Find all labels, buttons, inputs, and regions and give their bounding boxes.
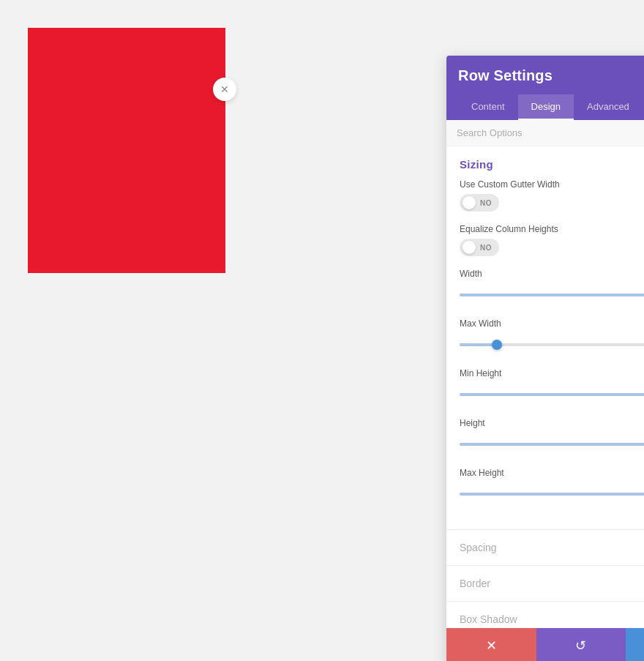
equalize-column-heights-label: Equalize Column Heights (460, 224, 644, 234)
cancel-button[interactable]: ✕ (446, 628, 536, 661)
box-shadow-section: Box Shadow ∨ (446, 602, 644, 628)
use-custom-gutter-toggle[interactable]: NO (460, 194, 499, 212)
max-height-label: Max Height (460, 468, 644, 478)
height-row: Height auto (460, 418, 644, 455)
max-width-thumb[interactable] (492, 340, 502, 350)
panel-title-row: Row Settings (458, 67, 644, 84)
width-slider[interactable] (460, 294, 644, 296)
panel-body: Sizing ∧ ⋮ Use Custom Gutter Width NO (446, 146, 644, 628)
width-control: 100% 1 (460, 285, 644, 305)
max-width-track (460, 343, 644, 346)
min-height-slider[interactable] (460, 393, 644, 396)
toggle-text-2: NO (480, 244, 492, 252)
red-background-block (28, 28, 225, 273)
panel-close-button[interactable]: ✕ (213, 78, 236, 101)
min-height-label: Min Height (460, 368, 644, 378)
max-height-track (460, 493, 644, 496)
reset-icon: ↺ (575, 638, 586, 654)
width-track (460, 294, 644, 296)
min-height-row: Min Height auto (460, 368, 644, 405)
equalize-column-heights-row: Equalize Column Heights NO (460, 224, 644, 257)
use-custom-gutter-label: Use Custom Gutter Width (460, 179, 644, 190)
height-slider[interactable] (460, 443, 644, 446)
tab-design[interactable]: Design (518, 94, 574, 120)
max-height-row: Max Height none (460, 468, 644, 504)
max-width-row: Max Width 100% 2 (460, 318, 644, 355)
toggle-knob-2 (463, 241, 476, 254)
width-row: Width 100% 1 (460, 269, 644, 305)
spacing-section-header[interactable]: Spacing ∨ (446, 530, 644, 565)
cancel-icon: ✕ (486, 638, 497, 654)
redo-button[interactable]: ↻ (626, 628, 644, 661)
tab-content[interactable]: Content (458, 94, 518, 120)
search-bar: Search Options + Filter (446, 120, 644, 146)
search-placeholder[interactable]: Search Options (457, 127, 523, 138)
sizing-section-content: Use Custom Gutter Width NO Equalize Colu… (446, 179, 644, 529)
height-fill (460, 443, 644, 446)
height-label: Height (460, 418, 644, 428)
min-height-fill (460, 393, 644, 396)
height-control: auto (460, 434, 644, 455)
sizing-section-header: Sizing ∧ ⋮ (446, 146, 644, 179)
toggle-knob (463, 196, 476, 209)
panel-tabs: Content Design Advanced (458, 94, 644, 120)
use-custom-gutter-row: Use Custom Gutter Width NO (460, 179, 644, 212)
height-track (460, 443, 644, 446)
min-height-track (460, 393, 644, 396)
max-width-label: Max Width (460, 318, 644, 329)
equalize-column-heights-toggle[interactable]: NO (460, 239, 499, 256)
max-width-control: 100% 2 (460, 335, 644, 355)
tab-advanced[interactable]: Advanced (574, 94, 643, 120)
sizing-section: Sizing ∧ ⋮ Use Custom Gutter Width NO (446, 146, 644, 530)
sizing-section-title: Sizing (460, 158, 493, 171)
reset-button[interactable]: ↺ (536, 628, 626, 661)
border-title: Border (460, 578, 490, 589)
border-section-header[interactable]: Border ∨ (446, 566, 644, 601)
max-height-slider[interactable] (460, 493, 644, 496)
min-height-control: auto (460, 384, 644, 405)
width-label: Width (460, 269, 644, 279)
row-settings-panel: Row Settings (446, 56, 644, 661)
panel-title: Row Settings (458, 67, 553, 84)
box-shadow-title: Box Shadow (460, 613, 517, 625)
width-fill (460, 294, 644, 296)
spacing-title: Spacing (460, 542, 497, 553)
spacing-section: Spacing ∨ (446, 530, 644, 566)
toggle-text: NO (480, 199, 492, 207)
border-section: Border ∨ (446, 566, 644, 602)
max-width-slider[interactable] (460, 343, 644, 346)
panel-header: Row Settings (446, 56, 644, 120)
bottom-bar: ✕ ↺ ↻ ✓ (446, 628, 644, 661)
box-shadow-section-header[interactable]: Box Shadow ∨ (446, 602, 644, 628)
max-height-control: none (460, 484, 644, 504)
max-height-fill (460, 493, 644, 496)
